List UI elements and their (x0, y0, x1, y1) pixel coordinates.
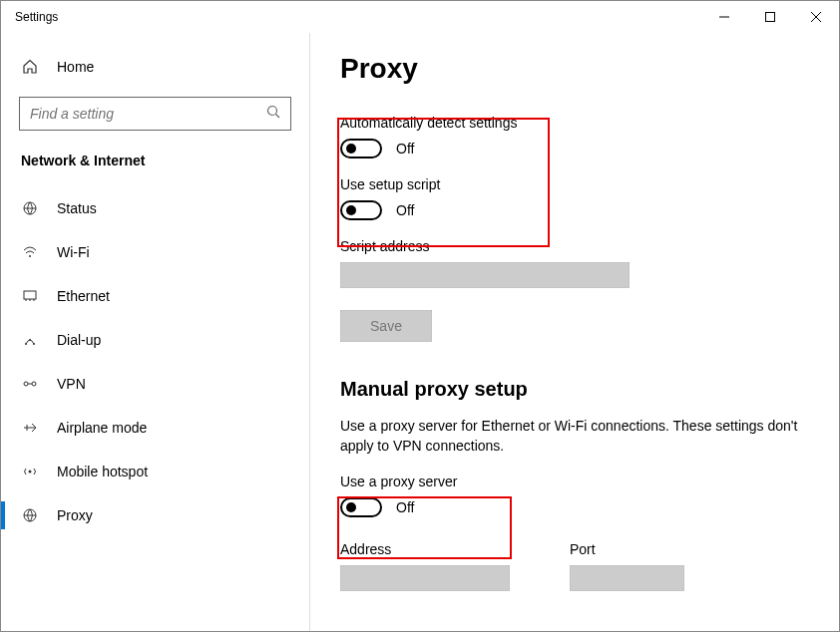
main-panel: Proxy Automatically detect settings Off … (310, 33, 839, 631)
address-label: Address (340, 541, 510, 557)
category-title: Network & Internet (1, 149, 309, 182)
auto-detect-state: Off (396, 141, 414, 157)
nav-label: Ethernet (57, 288, 110, 304)
home-nav[interactable]: Home (1, 51, 309, 83)
window-controls (701, 1, 839, 33)
svg-point-13 (25, 343, 27, 345)
auto-detect-label: Automatically detect settings (340, 115, 813, 131)
home-icon (21, 59, 39, 75)
close-button[interactable] (793, 1, 839, 33)
svg-point-8 (29, 255, 31, 257)
maximize-button[interactable] (747, 1, 793, 33)
nav-item-status[interactable]: Status (1, 186, 309, 230)
ethernet-icon (21, 288, 39, 304)
vpn-icon (21, 376, 39, 392)
auto-detect-row: Automatically detect settings Off (340, 115, 813, 158)
save-button: Save (340, 310, 432, 342)
svg-line-5 (276, 115, 280, 119)
search-input[interactable] (30, 106, 266, 122)
use-proxy-label: Use a proxy server (340, 474, 813, 489)
search-icon (266, 105, 280, 123)
setup-script-toggle[interactable] (340, 200, 382, 220)
status-icon (21, 200, 39, 216)
nav-item-dialup[interactable]: Dial-up (1, 318, 309, 362)
proxy-icon (21, 507, 39, 523)
svg-point-16 (24, 382, 28, 386)
home-label: Home (57, 59, 94, 75)
airplane-icon (21, 420, 39, 436)
nav-list: Status Wi-Fi Ethernet Dial-up VPN Airpla… (1, 182, 309, 537)
use-proxy-toggle[interactable] (340, 497, 382, 517)
port-input (570, 565, 684, 591)
title-bar: Settings (1, 1, 839, 33)
svg-point-4 (268, 107, 277, 116)
svg-rect-9 (24, 291, 36, 299)
nav-label: Mobile hotspot (57, 464, 148, 479)
nav-label: Dial-up (57, 332, 101, 348)
auto-detect-toggle[interactable] (340, 139, 382, 158)
svg-point-15 (33, 343, 35, 345)
nav-item-wifi[interactable]: Wi-Fi (1, 230, 309, 274)
script-address-label: Script address (340, 238, 813, 254)
nav-item-vpn[interactable]: VPN (1, 362, 309, 406)
dialup-icon (21, 332, 39, 348)
nav-item-airplane[interactable]: Airplane mode (1, 406, 309, 450)
page-heading: Proxy (340, 53, 813, 85)
manual-setup-heading: Manual proxy setup (340, 378, 813, 401)
app-title: Settings (15, 10, 58, 24)
wifi-icon (21, 244, 39, 260)
svg-rect-1 (766, 13, 775, 22)
minimize-button[interactable] (701, 1, 747, 33)
setup-script-state: Off (396, 202, 414, 218)
svg-point-14 (29, 339, 31, 341)
nav-label: Proxy (57, 507, 93, 523)
setup-script-row: Use setup script Off (340, 176, 813, 220)
address-port-row: Address Port (340, 535, 813, 591)
nav-item-proxy[interactable]: Proxy (1, 493, 309, 537)
manual-setup-description: Use a proxy server for Ethernet or Wi-Fi… (340, 417, 799, 456)
setup-script-label: Use setup script (340, 176, 813, 192)
sidebar: Home Network & Internet Status Wi-Fi Eth… (1, 33, 310, 631)
search-box[interactable] (19, 97, 291, 131)
nav-item-hotspot[interactable]: Mobile hotspot (1, 450, 309, 493)
use-proxy-state: Off (396, 499, 414, 515)
svg-point-17 (32, 382, 36, 386)
use-proxy-row: Use a proxy server Off (340, 474, 813, 517)
hotspot-icon (21, 464, 39, 479)
nav-item-ethernet[interactable]: Ethernet (1, 274, 309, 318)
svg-point-19 (29, 471, 32, 474)
nav-label: VPN (57, 376, 86, 392)
nav-label: Wi-Fi (57, 244, 90, 260)
nav-label: Airplane mode (57, 420, 147, 436)
address-input (340, 565, 510, 591)
script-address-input (340, 262, 630, 288)
port-label: Port (570, 541, 684, 557)
nav-label: Status (57, 200, 97, 216)
